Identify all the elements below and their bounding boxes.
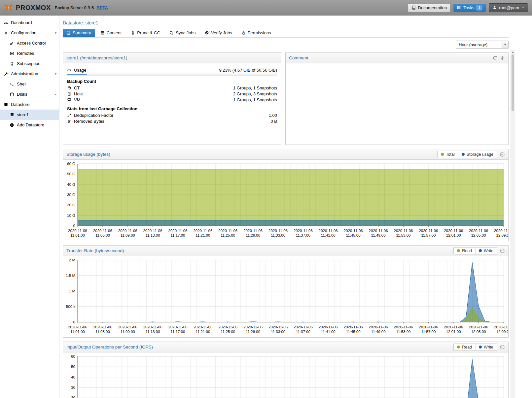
tab-content[interactable]: Content xyxy=(97,29,125,37)
chart-title: Input/Output Operations per Second (IOPS… xyxy=(66,345,153,349)
panel-title: store1 (/mnt/datastores/store1) xyxy=(66,55,127,60)
svg-text:500 k: 500 k xyxy=(66,305,75,309)
sidebar-item-remotes[interactable]: Remotes xyxy=(0,48,59,58)
legend-item-read[interactable]: Read xyxy=(454,248,475,254)
legend-item-read[interactable]: Read xyxy=(454,344,475,350)
sidebar-item-datastore[interactable]: Datastore xyxy=(0,99,59,110)
gc-stats-heading: Stats from last Garbage Collection xyxy=(67,106,277,111)
documentation-button[interactable]: Documentation xyxy=(408,3,450,12)
legend-item-total[interactable]: Total xyxy=(438,151,458,158)
scroll-up-arrow[interactable]: ▲ xyxy=(511,50,515,54)
svg-text:2020-11-06: 2020-11-06 xyxy=(193,325,212,329)
svg-text:11:33:00: 11:33:00 xyxy=(271,330,285,334)
sidebar-item-store1[interactable]: store1 xyxy=(0,110,59,120)
svg-text:2020-11-06: 2020-11-06 xyxy=(469,325,488,329)
tab-sync-jobs[interactable]: Sync Jobs xyxy=(166,29,199,37)
svg-text:11:21:00: 11:21:00 xyxy=(195,330,210,334)
usage-progress-fill xyxy=(67,74,87,75)
tab-label: Summary xyxy=(73,30,91,35)
legend-dot xyxy=(479,249,482,252)
collapse-icon[interactable] xyxy=(500,152,505,157)
legend-item-storage-usage[interactable]: Storage usage xyxy=(458,151,497,158)
vertical-scrollbar[interactable]: ▲ xyxy=(511,50,515,398)
svg-text:11:53:00: 11:53:00 xyxy=(396,330,411,334)
tab-prune-gc[interactable]: Prune & GC xyxy=(127,29,164,37)
sidebar-item-shell[interactable]: Shell xyxy=(0,79,59,89)
svg-text:2020-11-06: 2020-11-06 xyxy=(419,229,438,233)
svg-text:50 G: 50 G xyxy=(67,172,75,176)
tab-summary[interactable]: Summary xyxy=(63,29,95,37)
svg-text:11:29:00: 11:29:00 xyxy=(246,330,260,334)
svg-text:11:41:00: 11:41:00 xyxy=(321,330,336,334)
tab-verify-jobs[interactable]: Verify Jobs xyxy=(201,29,236,37)
brand-text: PROXMOX xyxy=(16,4,51,12)
chevron-right-icon: ▸ xyxy=(55,92,56,96)
collapse-icon[interactable] xyxy=(500,345,505,350)
sidebar-item-label: store1 xyxy=(17,112,29,117)
chevron-down-icon: ▾ xyxy=(55,72,56,76)
svg-text:11:21:00: 11:21:00 xyxy=(195,233,210,237)
beta-link[interactable]: BETA xyxy=(96,5,108,10)
legend-dot xyxy=(457,346,460,348)
sidebar-item-dashboard[interactable]: Dashboard xyxy=(0,17,59,28)
time-range-combobox[interactable]: Hour (average) ▼ xyxy=(456,41,509,49)
svg-text:11:53:00: 11:53:00 xyxy=(396,233,411,237)
app-header: PROXMOX Backup Server 0.9-6 BETA Documen… xyxy=(0,0,532,16)
svg-text:11:09:00: 11:09:00 xyxy=(121,330,135,334)
chart-legend: Total Storage usage xyxy=(437,151,497,158)
documentation-label: Documentation xyxy=(418,5,447,10)
sidebar-item-subscription[interactable]: Subscription xyxy=(0,58,59,69)
tab-label: Content xyxy=(107,30,122,35)
vm-value: 1 Groups, 1 Snapshots xyxy=(233,97,277,102)
svg-text:1.5 M: 1.5 M xyxy=(66,274,75,278)
sidebar-item-label: Administration xyxy=(11,71,38,76)
sidebar-item-add-datastore[interactable]: Add Datastore xyxy=(0,120,59,130)
compress-arrows-icon xyxy=(67,113,72,117)
legend-label: Write xyxy=(484,249,493,253)
svg-text:2020-11-06: 2020-11-06 xyxy=(118,229,137,233)
svg-text:12:05:00: 12:05:00 xyxy=(471,233,486,237)
svg-text:20: 20 xyxy=(71,396,75,398)
tab-permissions[interactable]: Permissions xyxy=(238,29,275,37)
legend-dot xyxy=(479,346,482,348)
svg-text:2020-11-06: 2020-11-06 xyxy=(268,229,288,233)
svg-text:30 G: 30 G xyxy=(67,193,75,197)
svg-text:12:09:00: 12:09:00 xyxy=(496,330,508,334)
legend-dot xyxy=(462,153,465,156)
svg-text:11:29:00: 11:29:00 xyxy=(246,233,260,237)
svg-text:11:13:00: 11:13:00 xyxy=(146,233,160,237)
sidebar-item-configuration[interactable]: Configuration ▾ xyxy=(0,28,59,38)
legend-dot xyxy=(457,249,460,252)
user-menu-button[interactable]: root@pam xyxy=(489,3,528,12)
tasks-button[interactable]: Tasks 1 xyxy=(453,3,486,12)
svg-text:2020-11-06: 2020-11-06 xyxy=(93,229,112,233)
tab-label: Prune & GC xyxy=(137,30,160,35)
book-icon xyxy=(411,5,416,10)
server-icon xyxy=(9,51,15,56)
sidebar-item-access-control[interactable]: Access Control xyxy=(0,38,59,48)
gauge-icon xyxy=(3,20,9,25)
reload-icon[interactable] xyxy=(492,55,497,60)
svg-text:2020-11-06: 2020-11-06 xyxy=(168,325,188,329)
legend-item-write[interactable]: Write xyxy=(475,248,497,254)
sidebar-item-label: Subscription xyxy=(17,61,41,66)
svg-text:2020-11-06: 2020-11-06 xyxy=(494,229,508,233)
scrollbar-thumb[interactable] xyxy=(512,54,514,111)
svg-text:2020-11-06: 2020-11-06 xyxy=(469,229,488,233)
svg-text:2 M: 2 M xyxy=(69,258,75,262)
svg-text:0: 0 xyxy=(73,320,75,324)
iops-chart: 01020304050602020-11-0611:01:002020-11-0… xyxy=(63,352,508,398)
legend-label: Total xyxy=(446,152,454,157)
legend-item-write[interactable]: Write xyxy=(475,344,497,350)
chevron-down-icon[interactable]: ▼ xyxy=(502,41,508,48)
svg-text:2020-11-06: 2020-11-06 xyxy=(494,325,508,329)
collapse-icon[interactable] xyxy=(500,248,505,253)
datastore-summary-panel: store1 (/mnt/datastores/store1) Usage 9.… xyxy=(63,52,281,145)
host-label: Host xyxy=(74,91,83,96)
sidebar-item-administration[interactable]: Administration ▾ xyxy=(0,69,59,79)
sidebar-item-disks[interactable]: Disks ▸ xyxy=(0,89,59,99)
sync-icon xyxy=(169,31,174,35)
legend-dot xyxy=(441,153,444,156)
gear-icon[interactable] xyxy=(500,55,505,60)
panel-header: Comment xyxy=(286,53,508,63)
